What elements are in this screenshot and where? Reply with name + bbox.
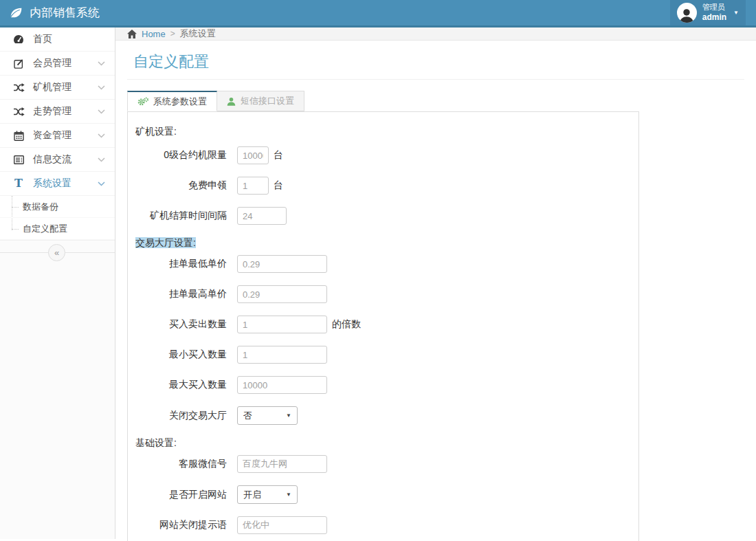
- field-suffix: 台: [274, 179, 283, 192]
- min-order-price-input[interactable]: [237, 255, 327, 273]
- breadcrumb: Home > 系统设置: [115, 27, 756, 41]
- max-buy-quantity-input[interactable]: [237, 376, 327, 394]
- user-name: admin: [702, 12, 726, 22]
- field-label: 挂单最高单价: [128, 288, 227, 300]
- tab-bar: 系统参数设置 短信接口设置: [127, 91, 744, 111]
- field-label: 网站关闭提示语: [128, 519, 227, 531]
- submenu-item-custom-config[interactable]: 自定义配置: [0, 218, 115, 240]
- service-wechat-input[interactable]: [237, 455, 327, 473]
- avatar: [677, 3, 697, 23]
- form-row: 最小买入数量: [128, 346, 638, 364]
- form-row: 免费申领 台: [128, 177, 638, 195]
- text-t-icon: T: [12, 178, 25, 189]
- form-row: 网站关闭提示语: [128, 516, 638, 534]
- section-label-basic: 基础设置:: [135, 437, 638, 450]
- sidebar-collapse-button[interactable]: «: [48, 244, 65, 261]
- sidebar-item-system-settings[interactable]: T 系统设置: [0, 172, 115, 196]
- tab-sms-interface[interactable]: 短信接口设置: [217, 91, 304, 111]
- tab-system-parameters[interactable]: 系统参数设置: [127, 91, 217, 111]
- select-value: 开启: [243, 489, 261, 501]
- sidebar-item-label: 走势管理: [33, 105, 71, 118]
- chevron-down-icon: [98, 181, 105, 186]
- caret-down-icon: ▼: [733, 10, 739, 16]
- submenu-item-data-backup[interactable]: 数据备份: [0, 196, 115, 218]
- field-label: 挂单最低单价: [128, 258, 227, 270]
- calendar-icon: [12, 131, 25, 141]
- sidebar-item-label: 会员管理: [33, 57, 71, 69]
- settlement-interval-input[interactable]: [237, 207, 287, 225]
- dashboard-icon: [12, 34, 25, 44]
- form-row: 矿机结算时间间隔: [128, 207, 638, 225]
- field-label: 关闭交易大厅: [128, 410, 227, 422]
- max-order-price-input[interactable]: [237, 285, 327, 303]
- contract-miner-limit-input[interactable]: [237, 146, 269, 164]
- caret-down-icon: ▼: [286, 492, 291, 498]
- home-icon: [127, 30, 137, 38]
- buy-sell-quantity-input[interactable]: [237, 316, 327, 333]
- free-claim-input[interactable]: [237, 177, 269, 195]
- settings-panel: 矿机设置: 0级合约机限量 台 免费申领 台 矿机结算时间间隔 交易大厅设置:: [127, 111, 639, 541]
- user-icon: [227, 97, 236, 106]
- form-row: 是否开启网站 开启 ▼: [128, 485, 638, 504]
- sidebar-item-home[interactable]: 首页: [0, 27, 115, 52]
- field-label: 最大买入数量: [128, 379, 227, 391]
- sidebar-item-trends[interactable]: 走势管理: [0, 100, 115, 124]
- top-header: 内部销售系统 管理员 admin ▼: [0, 0, 756, 27]
- field-label: 0级合约机限量: [128, 149, 227, 162]
- section-label-trading: 交易大厅设置:: [135, 237, 638, 250]
- section-label-miner: 矿机设置:: [135, 126, 638, 138]
- user-menu[interactable]: 管理员 admin ▼: [670, 0, 746, 25]
- form-row: 最大买入数量: [128, 376, 638, 394]
- app-brand: 内部销售系统: [0, 5, 100, 21]
- sidebar-item-miners[interactable]: 矿机管理: [0, 76, 115, 100]
- field-label: 是否开启网站: [128, 489, 227, 501]
- sidebar: 首页 会员管理 矿机管理 走势管理 资金管理: [0, 27, 115, 539]
- sidebar-item-label: 系统设置: [33, 177, 71, 190]
- chevron-down-icon: [98, 133, 105, 138]
- form-row: 挂单最低单价: [128, 255, 638, 273]
- caret-down-icon: ▼: [286, 412, 291, 419]
- shuffle-icon: [12, 107, 25, 116]
- sidebar-item-label: 资金管理: [33, 129, 71, 142]
- leaf-logo-icon: [9, 6, 23, 19]
- sidebar-item-label: 首页: [33, 33, 52, 45]
- min-buy-quantity-input[interactable]: [237, 346, 327, 364]
- chevron-down-icon: [98, 109, 105, 114]
- field-label: 最小买入数量: [128, 349, 227, 361]
- page-title: 自定义配置: [133, 52, 744, 72]
- sidebar-item-messages[interactable]: 信息交流: [0, 148, 115, 172]
- field-suffix: 的倍数: [332, 318, 361, 331]
- chevron-down-icon: [98, 85, 105, 90]
- field-suffix: 台: [274, 149, 283, 162]
- chevron-down-icon: [98, 157, 105, 162]
- field-label: 客服微信号: [128, 458, 227, 470]
- user-role: 管理员: [702, 3, 725, 11]
- field-label: 矿机结算时间间隔: [128, 210, 227, 222]
- edit-icon: [12, 58, 25, 69]
- tab-label: 短信接口设置: [241, 95, 294, 107]
- form-row: 0级合约机限量 台: [128, 146, 638, 164]
- form-row: 挂单最高单价: [128, 285, 638, 303]
- breadcrumb-home-link[interactable]: Home: [142, 29, 166, 39]
- gears-icon: [137, 97, 148, 107]
- list-icon: [12, 155, 25, 164]
- site-closed-message-input[interactable]: [237, 516, 327, 534]
- form-row: 客服微信号: [128, 455, 638, 473]
- site-enabled-select[interactable]: 开启 ▼: [237, 485, 298, 504]
- close-trading-select[interactable]: 否 ▼: [237, 406, 298, 425]
- sidebar-item-members[interactable]: 会员管理: [0, 52, 115, 76]
- sidebar-item-funds[interactable]: 资金管理: [0, 124, 115, 148]
- tab-label: 系统参数设置: [153, 96, 207, 108]
- field-label: 免费申领: [128, 179, 227, 192]
- field-label: 买入卖出数量: [128, 318, 227, 331]
- system-settings-submenu: 数据备份 自定义配置: [0, 196, 115, 241]
- content: 自定义配置 系统参数设置 短信接口设置 矿机设置:: [115, 41, 756, 541]
- divider: [127, 79, 744, 80]
- main-area: Home > 系统设置 自定义配置 系统参数设置 短信接口设置: [115, 27, 756, 539]
- sidebar-item-label: 矿机管理: [33, 81, 71, 93]
- form-row: 买入卖出数量 的倍数: [128, 316, 638, 333]
- breadcrumb-current: 系统设置: [180, 27, 216, 40]
- select-value: 否: [243, 410, 252, 422]
- form-row: 关闭交易大厅 否 ▼: [128, 406, 638, 425]
- sidebar-collapse-row: «: [0, 241, 115, 265]
